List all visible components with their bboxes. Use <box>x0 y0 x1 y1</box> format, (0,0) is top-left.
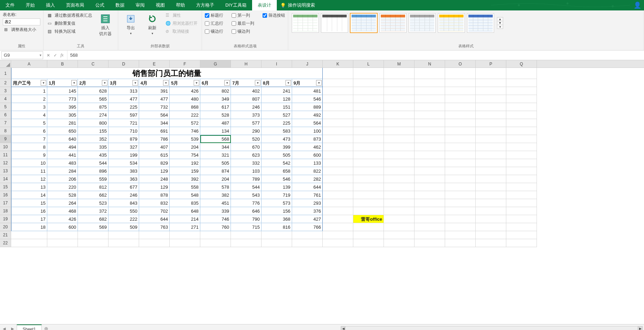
cell-D20[interactable]: 509 <box>108 223 139 231</box>
cell-M12[interactable] <box>384 159 414 167</box>
cell-J13[interactable]: 822 <box>292 167 323 175</box>
header-row-checkbox[interactable]: 标题行 <box>205 12 223 19</box>
cell-G4[interactable]: 349 <box>200 95 231 103</box>
cell-L20[interactable] <box>353 223 384 231</box>
first-col-checkbox[interactable]: 第一列 <box>232 12 254 19</box>
cell-O18[interactable] <box>445 207 476 215</box>
cell-I21[interactable] <box>261 231 292 239</box>
cell-I7[interactable]: 225 <box>261 119 292 127</box>
cell-M21[interactable] <box>384 231 414 239</box>
cell-P5[interactable] <box>476 103 506 111</box>
menu-tab-插入[interactable]: 插入 <box>40 0 61 10</box>
pivot-summary-button[interactable]: ▦通过数据透视表汇总 <box>46 12 94 19</box>
cell-A7[interactable]: 5 <box>11 119 47 127</box>
scroll-left-button[interactable]: ◀ <box>341 326 346 330</box>
cell-G3[interactable]: 802 <box>200 87 231 95</box>
table-style-thumb-4[interactable] <box>409 13 436 33</box>
row-header-16[interactable]: 16 <box>0 191 11 199</box>
cell-N3[interactable] <box>414 87 445 95</box>
cell-M8[interactable] <box>384 127 414 135</box>
col-header-H[interactable]: H <box>231 60 261 68</box>
cell-A12[interactable]: 10 <box>11 159 47 167</box>
cell-C20[interactable]: 569 <box>78 223 108 231</box>
row-header-14[interactable]: 14 <box>0 175 11 183</box>
menu-tab-方方格子[interactable]: 方方格子 <box>191 0 220 10</box>
total-row-checkbox[interactable]: 汇总行 <box>205 20 223 27</box>
cell-N14[interactable] <box>414 175 445 183</box>
filter-button-9[interactable]: ▾ <box>316 80 322 86</box>
cell-Q8[interactable] <box>506 127 537 135</box>
cell-C17[interactable]: 523 <box>78 199 108 207</box>
cell-I4[interactable]: 128 <box>261 95 292 103</box>
cell-E17[interactable]: 832 <box>139 199 170 207</box>
cell-C12[interactable]: 544 <box>78 159 108 167</box>
gallery-up-button[interactable]: ▲ <box>497 17 503 21</box>
cell-F14[interactable]: 392 <box>170 175 200 183</box>
sheet-tab[interactable]: Sheet1 <box>17 324 42 330</box>
cell-Q15[interactable] <box>506 183 537 191</box>
row-header-17[interactable]: 17 <box>0 199 11 207</box>
filter-button-4[interactable]: ▾ <box>163 80 169 86</box>
col-header-G[interactable]: G <box>200 60 231 68</box>
menu-tab-文件[interactable]: 文件 <box>0 0 20 10</box>
cell-O15[interactable] <box>445 183 476 191</box>
row-header-2[interactable]: 2 <box>0 79 11 87</box>
cell-D3[interactable]: 313 <box>108 87 139 95</box>
cell-D19[interactable]: 222 <box>108 215 139 223</box>
sheet-nav-next[interactable]: ▶ <box>8 327 17 330</box>
cell-O5[interactable] <box>445 103 476 111</box>
add-sheet-button[interactable]: ⊕ <box>42 326 51 330</box>
cell-G13[interactable]: 874 <box>200 167 231 175</box>
cell-K20[interactable] <box>323 223 353 231</box>
row-header-10[interactable]: 10 <box>0 143 11 151</box>
cell-N13[interactable] <box>414 167 445 175</box>
cell-G7[interactable]: 487 <box>200 119 231 127</box>
cell-H13[interactable]: 103 <box>231 167 261 175</box>
cell-P8[interactable] <box>476 127 506 135</box>
cell-G20[interactable]: 760 <box>200 223 231 231</box>
menu-tab-视图[interactable]: 视图 <box>150 0 170 10</box>
cell-O19[interactable] <box>445 215 476 223</box>
remove-duplicates-button[interactable]: ▭删除重复值 <box>46 20 94 27</box>
cell-D17[interactable]: 843 <box>108 199 139 207</box>
cell-B13[interactable]: 284 <box>47 167 78 175</box>
cell-A3[interactable]: 1 <box>11 87 47 95</box>
cell-Q2[interactable] <box>506 79 537 87</box>
cell-Q4[interactable] <box>506 95 537 103</box>
row-header-15[interactable]: 15 <box>0 183 11 191</box>
cell-B5[interactable]: 395 <box>47 103 78 111</box>
cell-L19[interactable]: 雷哥office <box>353 215 384 223</box>
cell-H10[interactable]: 670 <box>231 143 261 151</box>
cell-P3[interactable] <box>476 87 506 95</box>
cell-J10[interactable]: 462 <box>292 143 323 151</box>
col-header-Q[interactable]: Q <box>506 60 537 68</box>
cell-F6[interactable]: 222 <box>170 111 200 119</box>
cell-K4[interactable] <box>323 95 353 103</box>
cell-F4[interactable]: 480 <box>170 95 200 103</box>
cell-O6[interactable] <box>445 111 476 119</box>
filter-button-7[interactable]: ▾ <box>255 80 260 86</box>
cell-E10[interactable]: 407 <box>139 143 170 151</box>
menu-tab-公式[interactable]: 公式 <box>90 0 110 10</box>
cell-N20[interactable] <box>414 223 445 231</box>
cell-G5[interactable]: 617 <box>200 103 231 111</box>
filter-button-3[interactable]: ▾ <box>132 80 138 86</box>
col-header-D[interactable]: D <box>108 60 139 68</box>
cell-P4[interactable] <box>476 95 506 103</box>
cell-F18[interactable]: 648 <box>170 207 200 215</box>
cell-K7[interactable] <box>323 119 353 127</box>
cell-O10[interactable] <box>445 143 476 151</box>
col-header-F[interactable]: F <box>170 60 200 68</box>
row-header-21[interactable]: 21 <box>0 231 11 239</box>
cell-N9[interactable] <box>414 135 445 143</box>
cell-M6[interactable] <box>384 111 414 119</box>
cell-D18[interactable]: 550 <box>108 207 139 215</box>
cell-C3[interactable]: 628 <box>78 87 108 95</box>
cell-J14[interactable]: 282 <box>292 175 323 183</box>
cell-H19[interactable]: 790 <box>231 215 261 223</box>
cell-M13[interactable] <box>384 167 414 175</box>
cell-P6[interactable] <box>476 111 506 119</box>
col-header-J[interactable]: J <box>292 60 323 68</box>
table-header-7[interactable]: 7月▾ <box>231 79 261 87</box>
cell-A4[interactable]: 2 <box>11 95 47 103</box>
